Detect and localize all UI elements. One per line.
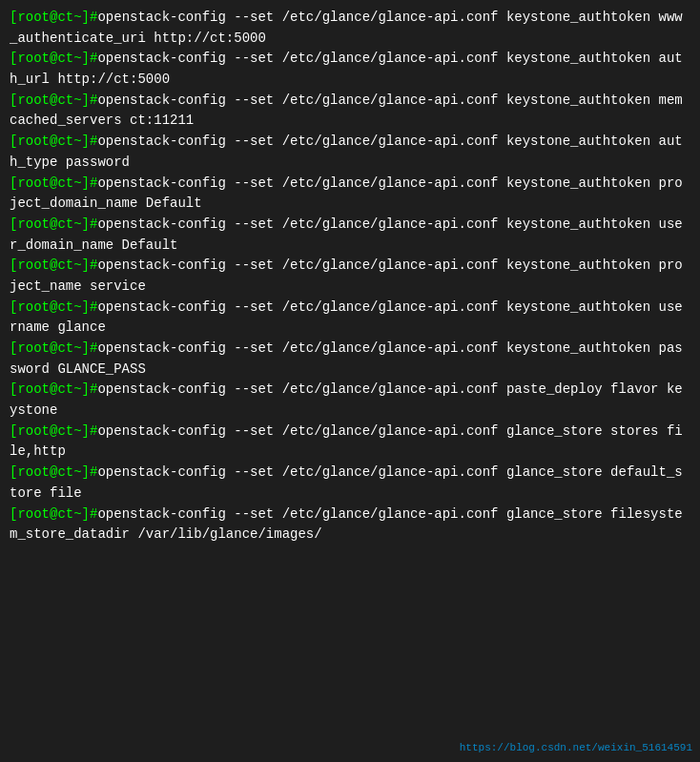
command-text: openstack-config --set /etc/glance/glanc… (10, 340, 683, 377)
watermark: https://blog.csdn.net/weixin_51614591 (460, 740, 692, 756)
command-text: openstack-config --set /etc/glance/glanc… (10, 381, 683, 418)
command-text: openstack-config --set /etc/glance/glanc… (10, 10, 683, 46)
prompt-text: [root@ct~]# (10, 340, 97, 356)
terminal-line: [root@ct~]#openstack-config --set /etc/g… (10, 256, 690, 297)
terminal-line: [root@ct~]#openstack-config --set /etc/g… (10, 8, 690, 49)
prompt-text: [root@ct~]# (10, 93, 97, 108)
prompt-text: [root@ct~]# (10, 299, 97, 315)
prompt-text: [root@ct~]# (10, 134, 97, 149)
command-text: openstack-config --set /etc/glance/glanc… (10, 134, 683, 170)
prompt-text: [root@ct~]# (10, 464, 97, 480)
prompt-text: [root@ct~]# (10, 423, 97, 439)
command-text: openstack-config --set /etc/glance/glanc… (10, 423, 683, 460)
terminal-line: [root@ct~]#openstack-config --set /etc/g… (10, 339, 690, 380)
command-text: openstack-config --set /etc/glance/glanc… (10, 51, 683, 87)
terminal-line: [root@ct~]#openstack-config --set /etc/g… (10, 505, 690, 546)
command-text: openstack-config --set /etc/glance/glanc… (10, 299, 683, 336)
terminal-line: [root@ct~]#openstack-config --set /etc/g… (10, 132, 690, 173)
prompt-text: [root@ct~]# (10, 216, 97, 232)
prompt-text: [root@ct~]# (10, 381, 97, 397)
command-text: openstack-config --set /etc/glance/glanc… (10, 216, 683, 253)
terminal-line: [root@ct~]#openstack-config --set /etc/g… (10, 298, 690, 339)
terminal-line: [root@ct~]#openstack-config --set /etc/g… (10, 174, 690, 215)
terminal-line: [root@ct~]#openstack-config --set /etc/g… (10, 422, 690, 463)
command-text: openstack-config --set /etc/glance/glanc… (10, 506, 683, 543)
terminal-line: [root@ct~]#openstack-config --set /etc/g… (10, 91, 690, 132)
prompt-text: [root@ct~]# (10, 257, 97, 273)
command-text: openstack-config --set /etc/glance/glanc… (10, 175, 683, 212)
terminal-window: [root@ct~]#openstack-config --set /etc/g… (10, 8, 690, 546)
prompt-text: [root@ct~]# (10, 10, 97, 25)
prompt-text: [root@ct~]# (10, 175, 97, 191)
terminal-line: [root@ct~]#openstack-config --set /etc/g… (10, 463, 690, 504)
prompt-text: [root@ct~]# (10, 51, 97, 66)
prompt-text: [root@ct~]# (10, 506, 97, 522)
command-text: openstack-config --set /etc/glance/glanc… (10, 93, 683, 129)
command-text: openstack-config --set /etc/glance/glanc… (10, 257, 683, 294)
terminal-line: [root@ct~]#openstack-config --set /etc/g… (10, 380, 690, 421)
command-text: openstack-config --set /etc/glance/glanc… (10, 464, 683, 501)
terminal-line: [root@ct~]#openstack-config --set /etc/g… (10, 49, 690, 90)
terminal-line: [root@ct~]#openstack-config --set /etc/g… (10, 215, 690, 256)
terminal-lines: [root@ct~]#openstack-config --set /etc/g… (10, 8, 690, 546)
